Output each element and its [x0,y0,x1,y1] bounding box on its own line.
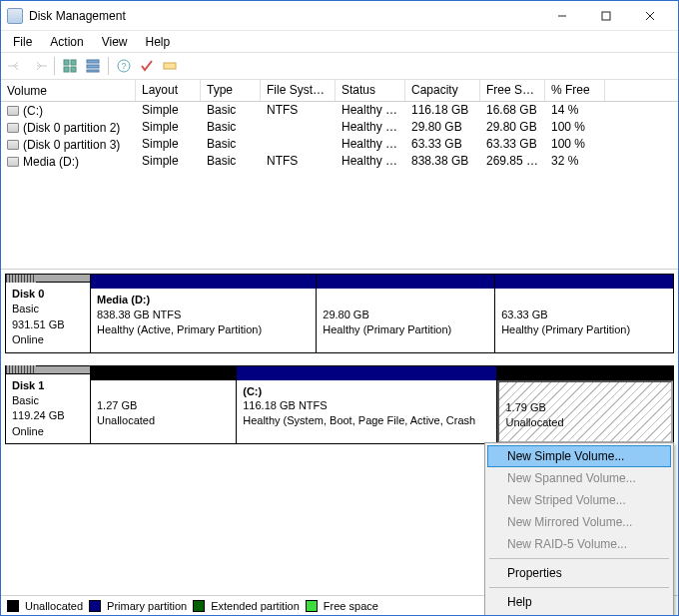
svg-rect-6 [64,67,69,72]
ext-icon[interactable] [159,55,181,77]
partition[interactable]: 63.33 GB Healthy (Primary Partition) [495,275,673,352]
volume-pct: 32 % [545,153,605,170]
legend-label: Primary partition [107,600,187,612]
check-icon[interactable] [136,55,158,77]
disk-glyph [6,366,90,374]
volume-icon [7,140,19,150]
col-filesystem[interactable]: File System [261,80,336,101]
disk-1-name: Disk 1 [12,379,44,391]
col-status[interactable]: Status [336,80,405,101]
menu-separator [489,558,669,559]
volume-capacity: 838.38 GB [405,153,480,170]
legend-label: Unallocated [25,600,83,612]
volume-row[interactable]: (Disk 0 partition 2)SimpleBasicHealthy (… [1,119,678,136]
svg-rect-13 [164,63,176,69]
volume-free: 269.85 GB [480,153,545,170]
col-layout[interactable]: Layout [136,80,201,101]
volume-status: Healthy (P... [336,136,405,153]
volume-name: (Disk 0 partition 2) [23,121,120,135]
minimize-button[interactable] [540,1,584,31]
col-freespace[interactable]: Free Spa... [480,80,545,101]
volume-type: Basic [201,119,261,136]
disk-1-label[interactable]: Disk 1 Basic 119.24 GB Online [6,366,91,444]
volume-fs [261,119,336,136]
titlebar: Disk Management [1,1,678,31]
menu-file[interactable]: File [5,33,40,51]
col-type[interactable]: Type [201,80,261,101]
disk-0[interactable]: Disk 0 Basic 931.51 GB Online Media (D:)… [5,274,674,353]
volume-name: Media (D:) [23,155,79,169]
partition-title: (C:) [243,385,262,397]
menu-action[interactable]: Action [42,33,91,51]
menu-separator [489,587,669,588]
legend-label: Free space [324,600,378,612]
context-menu: New Simple Volume... New Spanned Volume.… [484,442,674,616]
nav-fwd-button[interactable] [28,55,50,77]
menu-help[interactable]: Help [138,33,179,51]
volume-icon [7,157,19,167]
disk-0-partitions: Media (D:) 838.38 GB NTFS Healthy (Activ… [91,275,673,352]
disk-1-type: Basic [12,394,39,406]
menu-new-spanned-volume[interactable]: New Spanned Volume... [487,467,671,489]
close-button[interactable] [628,1,672,31]
volume-fs: NTFS [261,102,336,119]
volume-capacity: 63.33 GB [405,136,480,153]
disk-0-type: Basic [12,303,39,314]
volume-status: Healthy (S... [336,102,405,119]
properties-button[interactable] [82,55,104,77]
legend-label: Extended partition [211,600,300,612]
volume-header[interactable]: Volume Layout Type File System Status Ca… [1,80,678,102]
partition-status: Healthy (Active, Primary Partition) [97,323,262,335]
volume-list[interactable]: Volume Layout Type File System Status Ca… [1,80,678,270]
menu-help[interactable]: Help [487,591,671,613]
menu-view[interactable]: View [94,33,136,51]
volume-layout: Simple [136,136,201,153]
legend-swatch-extended [193,600,205,612]
svg-rect-7 [71,67,76,72]
partition-color [237,366,496,380]
partition-status: Unallocated [505,416,563,428]
partition-unallocated[interactable]: 1.27 GB Unallocated [91,366,237,444]
partition[interactable]: 29.80 GB Healthy (Primary Partition) [317,275,495,352]
legend-swatch-unallocated [7,600,19,612]
volume-fs: NTFS [261,153,336,170]
volume-capacity: 116.18 GB [405,102,480,119]
menu-new-raid5-volume[interactable]: New RAID-5 Volume... [487,533,671,555]
volume-row[interactable]: Media (D:)SimpleBasicNTFSHealthy (A...83… [1,153,678,170]
volume-row[interactable]: (Disk 0 partition 3)SimpleBasicHealthy (… [1,136,678,153]
nav-back-button[interactable] [5,55,27,77]
col-volume[interactable]: Volume [1,80,136,101]
svg-rect-5 [71,60,76,65]
partition-status: Healthy (Primary Partition) [501,323,630,335]
menu-new-striped-volume[interactable]: New Striped Volume... [487,489,671,511]
volume-free: 29.80 GB [480,119,545,136]
volume-type: Basic [201,102,261,119]
svg-rect-4 [64,60,69,65]
partition-unallocated-selected[interactable]: 1.79 GB Unallocated [497,366,673,444]
partition[interactable]: (C:) 116.18 GB NTFS Healthy (System, Boo… [237,366,497,444]
help-button[interactable]: ? [113,55,135,77]
col-pctfree[interactable]: % Free [545,80,605,101]
menu-properties[interactable]: Properties [487,562,671,584]
col-capacity[interactable]: Capacity [405,80,480,101]
disk-1-size: 119.24 GB [12,409,65,421]
window-controls [540,1,672,31]
menu-new-mirrored-volume[interactable]: New Mirrored Volume... [487,511,671,533]
volume-icon [7,106,19,116]
disk-0-label[interactable]: Disk 0 Basic 931.51 GB Online [6,275,91,352]
svg-text:?: ? [121,61,126,71]
disk-1[interactable]: Disk 1 Basic 119.24 GB Online 1.27 GB Un… [5,365,674,445]
partition-size: 1.27 GB [97,399,137,411]
app-icon [7,8,23,24]
legend-swatch-free [306,600,318,612]
refresh-button[interactable] [59,55,81,77]
svg-rect-10 [87,70,99,72]
maximize-button[interactable] [584,1,628,31]
menu-new-simple-volume[interactable]: New Simple Volume... [487,445,671,467]
disk-1-partitions: 1.27 GB Unallocated (C:) 116.18 GB NTFS … [91,366,673,444]
partition-status: Healthy (System, Boot, Page File, Active… [243,414,475,426]
volume-status: Healthy (A... [336,153,405,170]
volume-name: (C:) [23,104,43,118]
partition[interactable]: Media (D:) 838.38 GB NTFS Healthy (Activ… [91,275,317,352]
volume-row[interactable]: (C:)SimpleBasicNTFSHealthy (S...116.18 G… [1,102,678,119]
